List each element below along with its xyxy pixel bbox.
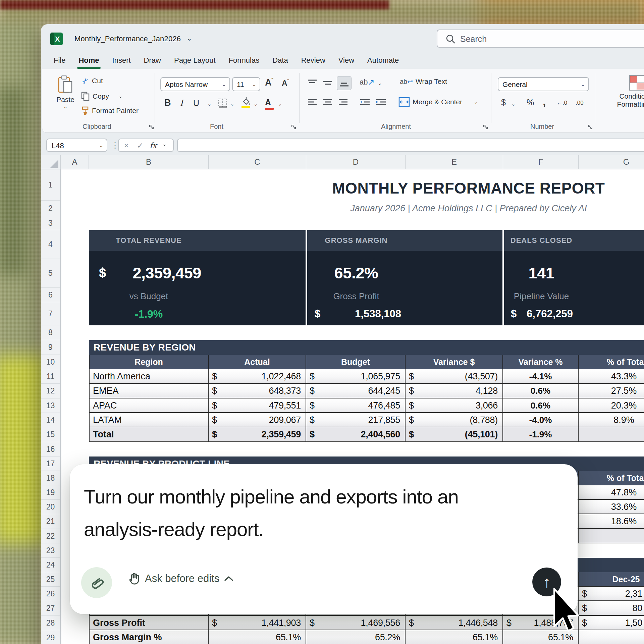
- row-header-11[interactable]: 11: [41, 369, 60, 384]
- row-header-7[interactable]: 7: [41, 302, 60, 325]
- row-header-13[interactable]: 13: [41, 398, 60, 413]
- row-header-2[interactable]: 2: [41, 201, 60, 216]
- row-header-26[interactable]: 26: [41, 587, 60, 601]
- percent-style-button[interactable]: %: [527, 98, 534, 107]
- format-painter-button[interactable]: Format Painter: [81, 106, 139, 115]
- font-dialog-launcher-icon[interactable]: [291, 124, 297, 130]
- row-header-28[interactable]: 28: [41, 616, 60, 630]
- chevron-down-icon[interactable]: ⌄: [278, 101, 282, 107]
- bold-button[interactable]: B: [164, 98, 171, 108]
- row-header-12[interactable]: 12: [41, 384, 60, 398]
- number-dialog-launcher-icon[interactable]: [588, 124, 593, 130]
- row-header-1[interactable]: 1: [41, 169, 60, 201]
- row-header-25[interactable]: 25: [41, 572, 60, 587]
- row-header-5[interactable]: 5: [41, 259, 60, 288]
- comma-style-button[interactable]: ,: [543, 95, 546, 108]
- row-header-20[interactable]: 20: [41, 500, 60, 514]
- paste-button[interactable]: Paste ⌄: [50, 75, 80, 110]
- tab-review[interactable]: Review: [301, 55, 326, 67]
- accounting-format-button[interactable]: $: [501, 98, 506, 107]
- italic-button[interactable]: I: [180, 98, 183, 108]
- wrap-text-button[interactable]: ab↩ Wrap Text: [400, 77, 447, 86]
- row-header-15[interactable]: 15: [41, 427, 60, 442]
- fill-color-button[interactable]: [241, 97, 251, 108]
- column-header-A[interactable]: A: [61, 155, 89, 169]
- prompt-text[interactable]: Turn our monthly pipeline and exports in…: [84, 480, 533, 545]
- decrease-decimal-button[interactable]: .00: [576, 100, 584, 106]
- attach-button[interactable]: [81, 567, 112, 598]
- tab-automate[interactable]: Automate: [367, 55, 399, 67]
- number-format-combo[interactable]: General ⌄: [498, 77, 589, 91]
- orientation-button[interactable]: ab↗: [360, 77, 375, 87]
- align-left-button[interactable]: [307, 98, 317, 106]
- align-top-button[interactable]: [307, 79, 317, 87]
- chevron-down-icon[interactable]: ⌄: [186, 34, 192, 42]
- align-center-button[interactable]: [323, 98, 333, 106]
- clipboard-dialog-launcher-icon[interactable]: [149, 124, 154, 130]
- chevron-down-icon[interactable]: ⌄: [207, 101, 212, 107]
- copy-button[interactable]: Copy ⌄: [81, 92, 123, 101]
- align-bottom-button-selected[interactable]: [337, 76, 352, 90]
- font-name-combo[interactable]: Aptos Narrow ⌄: [160, 77, 230, 91]
- tab-page-layout[interactable]: Page Layout: [173, 55, 216, 67]
- column-header-G[interactable]: G: [579, 155, 644, 169]
- tab-view[interactable]: View: [338, 55, 355, 67]
- alignment-dialog-launcher-icon[interactable]: [483, 124, 488, 130]
- row-header-8[interactable]: 8: [41, 325, 60, 340]
- formula-input[interactable]: [177, 139, 644, 152]
- row-header-22[interactable]: 22: [41, 529, 60, 543]
- chevron-down-icon[interactable]: ⌄: [378, 80, 382, 86]
- decrease-indent-button[interactable]: [360, 98, 370, 106]
- column-header-F[interactable]: F: [503, 155, 579, 169]
- row-header-3[interactable]: 3: [41, 216, 60, 230]
- increase-decimal-button[interactable]: ←.0: [557, 100, 567, 106]
- tab-formulas[interactable]: Formulas: [228, 55, 260, 67]
- column-header-D[interactable]: D: [306, 155, 406, 169]
- document-title[interactable]: Monthly_Performance_Jan2026: [74, 35, 181, 43]
- increase-indent-button[interactable]: [376, 98, 386, 106]
- shrink-font-button[interactable]: Aˇ: [282, 79, 289, 88]
- row-header-14[interactable]: 14: [41, 413, 60, 427]
- row-header-24[interactable]: 24: [41, 558, 60, 572]
- row-header-23[interactable]: 23: [41, 543, 60, 558]
- chevron-down-icon[interactable]: ⌄: [511, 101, 516, 107]
- chevron-down-icon[interactable]: ⌄: [254, 101, 258, 107]
- column-header-B[interactable]: B: [89, 155, 209, 169]
- column-header-E[interactable]: E: [406, 155, 503, 169]
- enter-icon[interactable]: ✓: [137, 141, 143, 150]
- tab-draw[interactable]: Draw: [143, 55, 162, 67]
- fx-icon[interactable]: fx: [150, 141, 157, 150]
- mode-selector[interactable]: Ask before edits: [129, 572, 233, 585]
- conditional-formatting-button[interactable]: Conditional Formatting ⌄: [608, 75, 644, 108]
- grow-font-button[interactable]: Aˆ: [265, 77, 273, 88]
- row-header-6[interactable]: 6: [41, 288, 60, 302]
- select-all-corner[interactable]: [41, 155, 61, 169]
- cancel-icon[interactable]: ×: [124, 141, 128, 150]
- column-header-C[interactable]: C: [209, 155, 306, 169]
- chevron-down-icon[interactable]: ⌄: [230, 101, 234, 107]
- font-color-button[interactable]: A: [265, 98, 271, 107]
- row-header-10[interactable]: 10: [41, 355, 60, 369]
- row-header-29[interactable]: 29: [41, 630, 60, 644]
- font-size-combo[interactable]: 11 ⌄: [232, 77, 260, 91]
- row-header-18[interactable]: 18: [41, 471, 60, 485]
- tab-data[interactable]: Data: [272, 55, 288, 67]
- row-header-27[interactable]: 27: [41, 601, 60, 616]
- align-right-button[interactable]: [338, 98, 348, 106]
- tab-file[interactable]: File: [53, 55, 66, 67]
- borders-button[interactable]: [218, 98, 227, 108]
- row-header-21[interactable]: 21: [41, 514, 60, 529]
- name-box[interactable]: L48 ⌄: [46, 139, 107, 152]
- ai-prompt-card[interactable]: Turn our monthly pipeline and exports in…: [70, 464, 578, 614]
- tab-insert[interactable]: Insert: [112, 55, 131, 67]
- tab-home[interactable]: Home: [78, 55, 100, 67]
- row-header-16[interactable]: 16: [41, 442, 60, 457]
- row-header-9[interactable]: 9: [41, 340, 60, 355]
- underline-button[interactable]: U: [193, 98, 199, 108]
- row-header-17[interactable]: 17: [41, 457, 60, 471]
- row-header-19[interactable]: 19: [41, 485, 60, 500]
- cut-button[interactable]: ✂ Cut: [82, 76, 103, 86]
- row-header-4[interactable]: 4: [41, 230, 60, 259]
- align-middle-button[interactable]: [323, 79, 333, 87]
- search-input[interactable]: Search: [437, 30, 644, 48]
